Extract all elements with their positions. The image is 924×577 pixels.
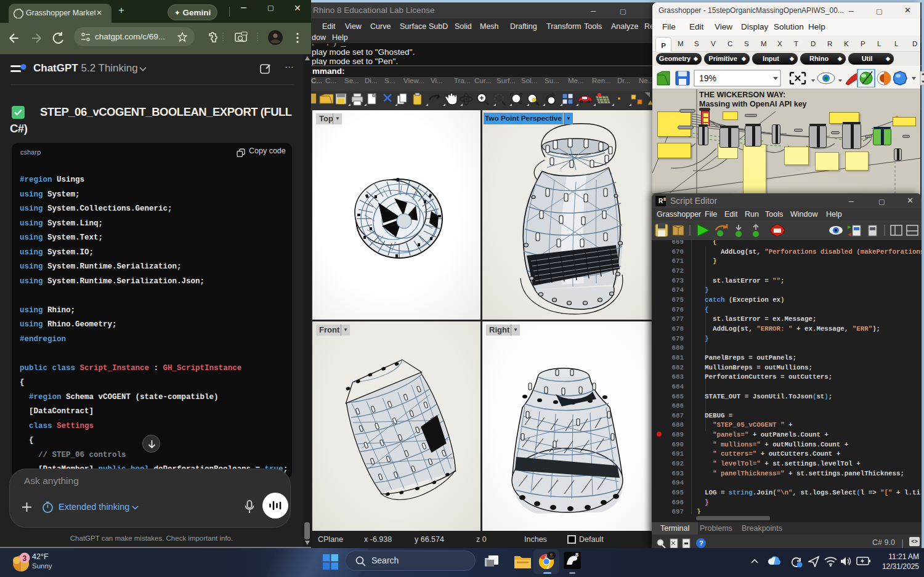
svg-text:?: ? [699, 539, 703, 547]
svg-text:3: 3 [23, 554, 27, 563]
svg-text:19%: 19% [699, 73, 716, 83]
